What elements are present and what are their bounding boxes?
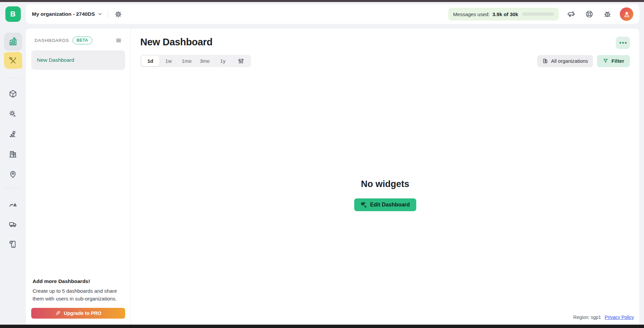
lifebuoy-help-icon[interactable] (584, 8, 595, 20)
dashboard-list: New Dashboard (31, 50, 125, 73)
filter-label: Filter (611, 58, 624, 64)
upgrade-to-pro-label: Upgrade to PRO (64, 311, 101, 316)
dev-tools-hammer-wrench-icon[interactable] (4, 52, 22, 69)
time-range-3mo[interactable]: 3mo (196, 56, 214, 66)
content-card: DASHBOARDS BETA New Dashboard Add more D… (26, 29, 639, 325)
empty-state-title: No widgets (354, 179, 416, 189)
promo-body: Create up to 5 dashboards and share them… (33, 287, 124, 303)
rocket-icon (55, 311, 61, 316)
bug-report-icon[interactable] (602, 8, 613, 20)
window-top-edge (0, 0, 644, 2)
content-row: A DASHBOARDS BETA (0, 29, 644, 325)
topbar-right: Messages used: 3.9k of 30k (448, 7, 633, 21)
settings-gear-icon[interactable] (113, 9, 123, 19)
time-range-1d[interactable]: 1d (141, 56, 159, 66)
promo-title: Add more Dashboards! (33, 278, 124, 284)
gavel-icon[interactable] (8, 130, 17, 139)
edit-dashboard-label: Edit Dashboard (370, 202, 410, 208)
privacy-policy-link[interactable]: Privacy Policy (605, 315, 634, 320)
rail-divider (5, 188, 21, 188)
edit-dashboard-button[interactable]: Edit Dashboard (354, 198, 416, 211)
dashboards-chart-icon[interactable] (4, 33, 22, 51)
panel-title: DASHBOARDS (35, 38, 69, 43)
window-bottom-edge (0, 325, 644, 328)
all-organizations-label: All organizations (551, 58, 588, 64)
main-footer: Region: sgp1 Privacy Policy (573, 315, 634, 320)
time-range-1y[interactable]: 1y (214, 56, 232, 66)
main-area: New Dashboard 1d1w1mo3mo1y All organizat… (131, 29, 639, 325)
upgrade-to-pro-button[interactable]: Upgrade to PRO (31, 308, 125, 319)
time-range-1mo[interactable]: 1mo (178, 56, 196, 66)
alert-rules-line-icon[interactable] (8, 199, 17, 208)
icon-rail: A (0, 29, 26, 325)
usage-value: 3.9k of 30k (492, 11, 518, 17)
time-range-1w[interactable]: 1w (159, 56, 178, 66)
usage-progress-bar (522, 12, 554, 16)
filter-button[interactable]: Filter (597, 55, 630, 67)
organization-selector-label: My organization - 2740DS (32, 11, 95, 17)
region-label: Region: sgp1 (573, 315, 601, 320)
svg-text:A: A (13, 114, 16, 118)
custom-range-sliders-icon[interactable] (232, 56, 250, 66)
messages-usage-badge: Messages used: 3.9k of 30k (448, 8, 559, 20)
topbar: B My organization - 2740DS Messages used… (0, 4, 644, 24)
device-alert-phone-icon[interactable] (8, 240, 17, 249)
organization-selector[interactable]: My organization - 2740DS (32, 11, 103, 17)
automations-sun-icon[interactable]: A (8, 109, 17, 119)
chevron-down-icon (97, 11, 103, 17)
megaphone-icon[interactable] (565, 8, 577, 20)
user-avatar[interactable] (620, 7, 633, 21)
building-icon (542, 58, 548, 64)
all-organizations-button[interactable]: All organizations (537, 55, 593, 67)
panel-menu-icon[interactable] (114, 36, 123, 45)
panel-header: DASHBOARDS BETA (35, 36, 123, 45)
beta-badge: BETA (72, 37, 93, 44)
brand-logo[interactable]: B (5, 6, 21, 22)
dashboard-list-item[interactable]: New Dashboard (31, 50, 125, 70)
logo-area: B (0, 4, 26, 24)
rail-divider (5, 78, 21, 78)
dashboards-panel: DASHBOARDS BETA New Dashboard Add more D… (26, 29, 131, 325)
locations-pin-icon[interactable] (8, 170, 17, 179)
more-options-icon[interactable] (616, 37, 630, 49)
usage-label: Messages used: (453, 11, 490, 17)
topbar-card: My organization - 2740DS Messages used: … (26, 4, 639, 24)
divider (108, 11, 108, 17)
time-range-tabs: 1d1w1mo3mo1y (140, 55, 251, 67)
widgets-wrench-icon (360, 202, 367, 208)
organizations-building-icon[interactable] (8, 150, 17, 159)
main-toolbar: 1d1w1mo3mo1y All organizations (140, 55, 630, 67)
fleet-truck-icon[interactable] (8, 220, 17, 229)
cube-icon[interactable] (8, 89, 17, 98)
funnel-icon (603, 58, 608, 64)
empty-state: No widgets Edit Dashboard (354, 179, 416, 211)
page-title: New Dashboard (140, 37, 212, 48)
